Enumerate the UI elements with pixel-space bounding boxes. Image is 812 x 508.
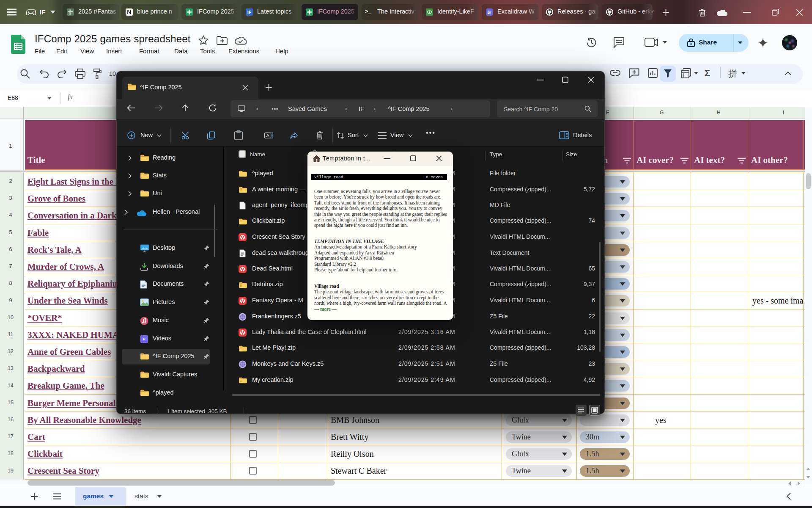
svg-text:IF: IF xyxy=(247,10,252,15)
